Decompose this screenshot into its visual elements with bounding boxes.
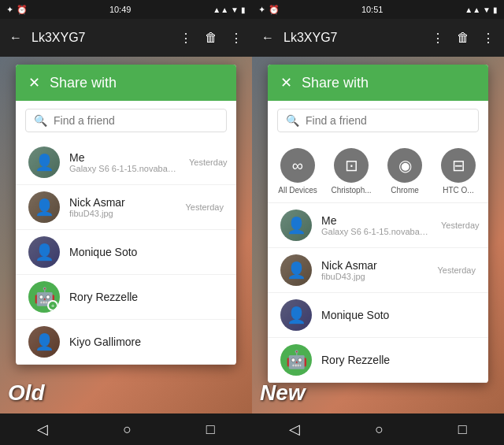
contact-info-me-left: Me Galaxy S6 6-1-15.novabackup.nova... bbox=[69, 151, 180, 173]
nav-recents-left[interactable]: □ bbox=[206, 421, 215, 438]
contact-time-nick-right: Yesterday bbox=[437, 265, 476, 275]
avatar-me-left: 👤 bbox=[28, 146, 60, 178]
search-input-left[interactable] bbox=[54, 114, 218, 127]
title-right: Lk3XYG7 bbox=[284, 31, 422, 45]
time-right: 10:51 bbox=[361, 5, 384, 14]
toolbar-left: ← Lk3XYG7 ⋮ 🗑 ⋮ bbox=[0, 19, 252, 57]
wifi-icon: ▼ bbox=[231, 6, 239, 14]
toolbar-icons-right: ⋮ 🗑 ⋮ bbox=[432, 31, 495, 46]
device-item-chrome[interactable]: ◉ Chrome bbox=[381, 148, 428, 195]
contact-item-kiyo-left[interactable]: 👤 Kiyo Gallimore bbox=[16, 320, 236, 365]
contact-item-rory-right[interactable]: 🤖 Rory Rezzelle bbox=[268, 338, 488, 383]
contact-time-nick-left: Yesterday bbox=[185, 202, 224, 212]
contact-info-me-right: Me Galaxy S6 6-1-15.novabackup.nova... bbox=[321, 214, 432, 236]
contact-info-nick-right: Nick Asmar fibuD43.jpg bbox=[321, 259, 428, 281]
device-item-htc[interactable]: ⊟ HTC O... bbox=[435, 148, 482, 195]
device-item-christoph[interactable]: ⊡ Christoph... bbox=[328, 148, 375, 195]
back-button-right[interactable]: ← bbox=[261, 31, 274, 45]
signal-icon-right: ▲▲ bbox=[465, 6, 480, 14]
contact-item-monique-left[interactable]: 👤 Monique Soto bbox=[16, 230, 236, 275]
content-area-right: ✕ Share with 🔍 ∞ All Devices ⊡ bbox=[252, 57, 504, 413]
contact-name-nick-right: Nick Asmar bbox=[321, 259, 428, 272]
contact-time-me-left: Yesterday bbox=[189, 158, 228, 167]
device-label-all: All Devices bbox=[278, 186, 317, 195]
all-devices-icon: ∞ bbox=[292, 157, 303, 175]
badge-rory-left: + bbox=[47, 300, 58, 311]
delete-icon-right[interactable]: 🗑 bbox=[457, 31, 469, 45]
status-bar-right: ✦ ⏰ 10:51 ▲▲ ▼ ▮ bbox=[252, 0, 504, 19]
toolbar-right: ← Lk3XYG7 ⋮ 🗑 ⋮ bbox=[252, 19, 504, 57]
search-icon-right: 🔍 bbox=[286, 114, 299, 127]
avatar-kiyo-left: 👤 bbox=[28, 326, 60, 358]
device-label-htc: HTC O... bbox=[443, 186, 473, 195]
avatar-rory-left: 🤖 + bbox=[28, 281, 60, 313]
contact-item-monique-right[interactable]: 👤 Monique Soto bbox=[268, 293, 488, 338]
close-button-right[interactable]: ✕ bbox=[280, 74, 292, 91]
nav-recents-right[interactable]: □ bbox=[458, 421, 467, 438]
contact-list-left: 👤 Me Galaxy S6 6-1-15.novabackup.nova...… bbox=[16, 140, 236, 365]
status-icons-left: ✦ ⏰ bbox=[6, 5, 28, 15]
battery-icon-right: ▮ bbox=[493, 6, 498, 14]
bluetooth-icon: ✦ bbox=[6, 5, 13, 15]
contact-info-rory-left: Rory Rezzelle bbox=[69, 291, 224, 303]
contact-info-nick-left: Nick Asmar fibuD43.jpg bbox=[69, 196, 176, 218]
content-area-left: ✕ Share with 🔍 👤 Me Galaxy S6 6-1-15.nov… bbox=[0, 57, 252, 413]
contact-name-me-left: Me bbox=[69, 151, 180, 164]
contact-item-nick-right[interactable]: 👤 Nick Asmar fibuD43.jpg Yesterday bbox=[268, 248, 488, 293]
panel-label-left: Old bbox=[8, 380, 45, 406]
contact-info-monique-left: Monique Soto bbox=[69, 246, 224, 258]
contact-name-rory-right: Rory Rezzelle bbox=[321, 354, 476, 366]
title-left: Lk3XYG7 bbox=[32, 31, 170, 45]
nav-home-left[interactable]: ○ bbox=[123, 421, 132, 438]
more-icon-left[interactable]: ⋮ bbox=[230, 31, 243, 46]
search-box-right[interactable]: 🔍 bbox=[277, 109, 479, 132]
contact-item-me-right[interactable]: 👤 Me Galaxy S6 6-1-15.novabackup.nova...… bbox=[268, 203, 488, 248]
delete-icon-left[interactable]: 🗑 bbox=[205, 31, 217, 45]
battery-icon: ▮ bbox=[241, 6, 246, 14]
avatar-face-kiyo-left: 👤 bbox=[28, 326, 60, 358]
close-button-left[interactable]: ✕ bbox=[28, 74, 40, 91]
right-phone-panel: ✦ ⏰ 10:51 ▲▲ ▼ ▮ ← Lk3XYG7 ⋮ 🗑 ⋮ ✕ Share… bbox=[252, 0, 504, 445]
contact-name-nick-left: Nick Asmar bbox=[69, 196, 176, 209]
more-icon-right[interactable]: ⋮ bbox=[482, 31, 495, 46]
htc-device-icon: ⊟ bbox=[452, 156, 465, 175]
device-icon-christoph: ⊡ bbox=[334, 148, 369, 183]
back-button-left[interactable]: ← bbox=[9, 31, 22, 45]
search-box-left[interactable]: 🔍 bbox=[25, 109, 227, 132]
device-icon-chrome: ◉ bbox=[387, 148, 422, 183]
contact-list-right: 👤 Me Galaxy S6 6-1-15.novabackup.nova...… bbox=[268, 203, 488, 383]
contact-sub-me-right: Galaxy S6 6-1-15.novabackup.nova... bbox=[321, 227, 432, 236]
avatar-monique-left: 👤 bbox=[28, 236, 60, 268]
panel-label-right: New bbox=[260, 380, 306, 406]
contact-name-rory-left: Rory Rezzelle bbox=[69, 291, 224, 303]
nav-back-right[interactable]: ◁ bbox=[289, 421, 300, 438]
contact-name-me-right: Me bbox=[321, 214, 432, 227]
wifi-icon-right: ▼ bbox=[483, 6, 491, 14]
search-icon-left: 🔍 bbox=[34, 114, 47, 127]
share-icon-left[interactable]: ⋮ bbox=[180, 31, 192, 46]
contact-sub-me-left: Galaxy S6 6-1-15.novabackup.nova... bbox=[69, 164, 180, 173]
share-header-left: ✕ Share with bbox=[16, 65, 236, 101]
device-label-chrome: Chrome bbox=[391, 186, 419, 195]
contact-item-me-left[interactable]: 👤 Me Galaxy S6 6-1-15.novabackup.nova...… bbox=[16, 140, 236, 185]
contact-info-rory-right: Rory Rezzelle bbox=[321, 354, 476, 366]
avatar-nick-right: 👤 bbox=[280, 254, 312, 286]
bluetooth-icon-right: ✦ bbox=[258, 5, 265, 15]
nav-home-right[interactable]: ○ bbox=[375, 421, 384, 438]
device-item-all[interactable]: ∞ All Devices bbox=[274, 148, 321, 195]
share-icon-right[interactable]: ⋮ bbox=[432, 31, 444, 46]
status-icons-right: ✦ ⏰ bbox=[258, 5, 280, 15]
share-sheet-left: ✕ Share with 🔍 👤 Me Galaxy S6 6-1-15.nov… bbox=[16, 65, 236, 365]
contact-item-rory-left[interactable]: 🤖 + Rory Rezzelle bbox=[16, 275, 236, 320]
share-header-right: ✕ Share with bbox=[268, 65, 488, 101]
contact-sub-nick-left: fibuD43.jpg bbox=[69, 209, 176, 218]
device-icon-htc: ⊟ bbox=[441, 148, 476, 183]
nav-back-left[interactable]: ◁ bbox=[37, 421, 48, 438]
devices-row: ∞ All Devices ⊡ Christoph... ◉ Chrome bbox=[268, 140, 488, 203]
search-input-right[interactable] bbox=[306, 114, 470, 127]
avatar-rory-right: 🤖 bbox=[280, 344, 312, 376]
contact-item-nick-left[interactable]: 👤 Nick Asmar fibuD43.jpg Yesterday bbox=[16, 185, 236, 230]
contact-info-kiyo-left: Kiyo Gallimore bbox=[69, 336, 224, 348]
chrome-device-icon: ◉ bbox=[398, 156, 412, 175]
status-bar-left: ✦ ⏰ 10:49 ▲▲ ▼ ▮ bbox=[0, 0, 252, 19]
